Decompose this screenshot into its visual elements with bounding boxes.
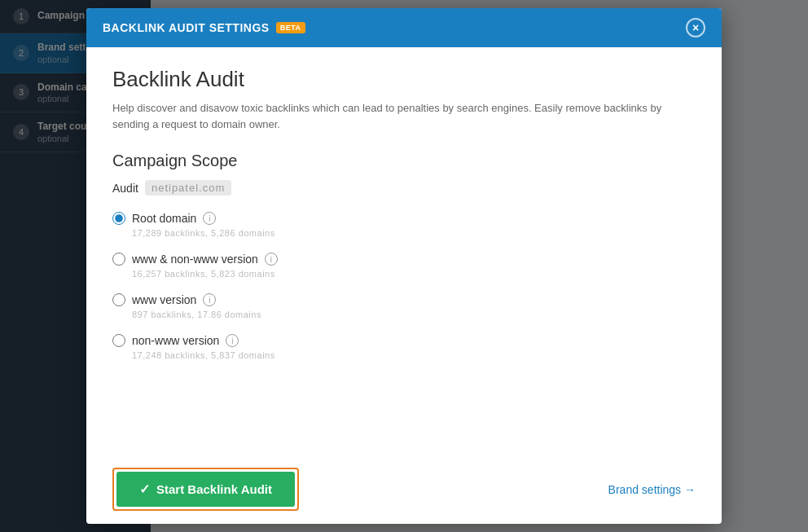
start-backlink-audit-button[interactable]: ✓ Start Backlink Audit <box>116 472 295 507</box>
radio-item-root-domain: Root domain i 17,289 backlinks, 5,286 do… <box>112 212 696 238</box>
audit-domain: netipatel.com <box>145 180 231 196</box>
radio-input-nonwww[interactable] <box>112 334 125 347</box>
modal-header: BACKLINK AUDIT SETTINGS BETA × <box>86 8 722 47</box>
info-icon-www[interactable]: i <box>203 293 216 306</box>
radio-item-www-nonwww: www & non-www version i 16,257 backlinks… <box>112 253 696 279</box>
radio-group: Root domain i 17,289 backlinks, 5,286 do… <box>112 212 696 360</box>
info-icon-nonwww[interactable]: i <box>226 334 239 347</box>
radio-input-root-domain[interactable] <box>112 212 125 225</box>
radio-input-www-nonwww[interactable] <box>112 253 125 266</box>
radio-input-www[interactable] <box>112 293 125 306</box>
checkmark-icon: ✓ <box>139 481 150 497</box>
radio-stats-www: 897 backlinks, 17.86 domains <box>132 310 696 319</box>
audit-label: Audit <box>112 182 138 195</box>
modal-title: Backlink Audit <box>112 67 696 92</box>
radio-text-root-domain: Root domain <box>132 212 196 225</box>
info-icon-www-nonwww[interactable]: i <box>265 253 278 266</box>
radio-label-nonwww[interactable]: non-www version i <box>112 334 696 347</box>
audit-row: Audit netipatel.com <box>112 180 696 196</box>
radio-text-nonwww: non-www version <box>132 334 219 347</box>
radio-stats-root-domain: 17,289 backlinks, 5,286 domains <box>132 228 696 238</box>
radio-text-www: www version <box>132 293 196 306</box>
header-title-text: BACKLINK AUDIT SETTINGS <box>103 21 270 34</box>
modal-close-button[interactable]: × <box>686 18 705 37</box>
modal-footer: ✓ Start Backlink Audit Brand settings → <box>86 455 722 524</box>
radio-text-www-nonwww: www & non-www version <box>132 253 258 266</box>
start-btn-label: Start Backlink Audit <box>156 482 272 496</box>
modal-body: Backlink Audit Help discover and disavow… <box>86 47 722 455</box>
radio-label-www[interactable]: www version i <box>112 293 696 306</box>
radio-item-nonwww: non-www version i 17,248 backlinks, 5,83… <box>112 334 696 360</box>
radio-label-root-domain[interactable]: Root domain i <box>112 212 696 225</box>
modal-backdrop: BACKLINK AUDIT SETTINGS BETA × Backlink … <box>0 0 808 532</box>
radio-item-www: www version i 897 backlinks, 17.86 domai… <box>112 293 696 319</box>
modal-header-title: BACKLINK AUDIT SETTINGS BETA <box>103 21 305 34</box>
section-title: Campaign Scope <box>112 152 696 170</box>
radio-stats-www-nonwww: 16,257 backlinks, 5,823 domains <box>132 269 696 279</box>
radio-label-www-nonwww[interactable]: www & non-www version i <box>112 253 696 266</box>
info-icon-root-domain[interactable]: i <box>203 212 216 225</box>
start-button-wrapper: ✓ Start Backlink Audit <box>112 468 299 511</box>
brand-settings-link[interactable]: Brand settings → <box>608 483 696 496</box>
modal: BACKLINK AUDIT SETTINGS BETA × Backlink … <box>86 8 722 524</box>
brand-settings-link-text: Brand settings → <box>608 483 696 496</box>
modal-description: Help discover and disavow toxic backlink… <box>112 100 666 132</box>
radio-stats-nonwww: 17,248 backlinks, 5,837 domains <box>132 350 696 360</box>
beta-badge: BETA <box>276 22 305 33</box>
